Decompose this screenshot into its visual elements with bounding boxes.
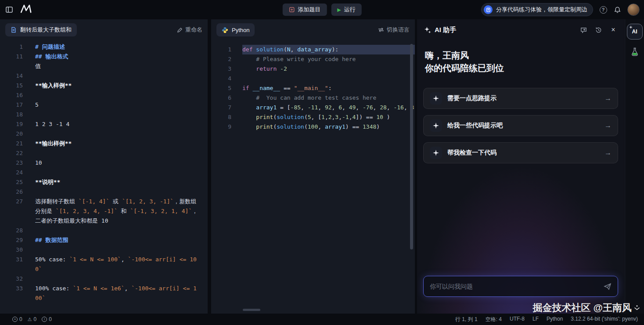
line-number: 27 [4, 197, 23, 226]
text-segment: ) == [345, 123, 363, 130]
line-text: ## 数据范围 [35, 235, 208, 245]
status-item[interactable]: LF [532, 316, 539, 323]
line-number: 7 [211, 103, 231, 112]
problems-indicator[interactable]: ×0⚠0i0 [12, 316, 52, 322]
problem-title: 翻转后最大子数组和 [20, 26, 72, 34]
run-button[interactable]: ▶ 运行 [331, 4, 361, 16]
ai-suggestion-card[interactable]: 帮我检查一下代码→ [423, 142, 618, 163]
line-number: 28 [4, 226, 23, 235]
line-text [35, 71, 208, 81]
language-tab[interactable]: Python [216, 23, 255, 36]
warning-icon: ⚠ [28, 317, 32, 322]
line-text: **输出样例** [35, 139, 208, 148]
text-segment: , [318, 123, 325, 130]
send-button[interactable] [604, 282, 612, 290]
code-line: 2 # Please write your code here [211, 54, 415, 64]
problem-editor[interactable]: 1# 问题描述11## 输出格式值1415**输入样例**1617518191 … [0, 40, 208, 314]
add-problem-label: 添加题目 [298, 6, 320, 14]
add-problem-button[interactable]: 添加题目 [282, 4, 327, 16]
vertical-scrollbar[interactable] [410, 44, 413, 249]
add-problem-icon [288, 7, 295, 13]
horizontal-scrollbar[interactable] [243, 309, 260, 311]
line-text [242, 74, 415, 83]
text-segment: -76 [363, 104, 373, 111]
bell-icon [614, 6, 621, 14]
share-chat-button[interactable] [579, 26, 587, 34]
text-segment: , [342, 104, 349, 111]
line-text [35, 245, 208, 255]
text-segment: `[-1, 4]` [79, 198, 109, 205]
ai-input-box[interactable] [423, 276, 618, 297]
problem-line: 26 [4, 187, 208, 197]
text-segment: , [301, 104, 308, 111]
line-number: 26 [4, 187, 23, 197]
rename-button[interactable]: 重命名 [177, 26, 202, 34]
problem-line: 15**输入样例** [4, 81, 208, 90]
line-number: 30 [4, 245, 23, 255]
error-icon: × [12, 317, 18, 322]
promo-banner[interactable]: 分享代码练习体验，领限量定制周边 [481, 3, 593, 16]
text-segment: = [ [277, 104, 290, 111]
info-indicator[interactable]: i0 [42, 316, 52, 322]
notifications-button[interactable] [613, 6, 621, 14]
code-line: 5if __name__ == "__main__": [211, 83, 415, 93]
text-segment: **说明** [35, 179, 60, 185]
switch-language-button[interactable]: 切换语言 [378, 26, 410, 34]
greeting-line-2: 你的代码陪练已到位 [425, 62, 616, 75]
text-segment: 49 [349, 104, 356, 111]
logo-icon [20, 4, 33, 14]
text-segment: def [242, 46, 256, 53]
warning-indicator[interactable]: ⚠0 [28, 316, 37, 322]
status-item[interactable]: 行 1, 列 1 [455, 316, 478, 323]
ai-header: AI 助手 × [417, 19, 624, 40]
help-button[interactable]: ? [599, 6, 607, 14]
error-indicator[interactable]: ×0 [12, 316, 22, 322]
problem-line: 11## 输出格式 [4, 52, 208, 61]
error-count: 0 [19, 316, 22, 322]
line-number: 15 [4, 81, 23, 90]
text-segment: ## 数据范围 [35, 237, 68, 243]
text-segment: 5 [35, 101, 39, 108]
problem-line: 3150% case: `1 <= N <= 100`, `-100<= arr… [4, 255, 208, 274]
text-segment: -16 [393, 104, 403, 111]
problem-line: 14 [4, 71, 208, 81]
user-avatar[interactable] [627, 4, 640, 16]
text-segment [242, 56, 256, 62]
text-segment: , [318, 104, 325, 111]
text-segment: solution [256, 46, 284, 53]
text-segment: , [291, 46, 298, 53]
status-item[interactable]: 空格: 4 [486, 316, 502, 323]
history-button[interactable] [594, 26, 602, 34]
problem-title-chip[interactable]: 翻转后最大子数组和 [5, 23, 77, 36]
ai-input[interactable] [430, 283, 604, 290]
status-item[interactable]: Python [547, 316, 563, 323]
ai-suggestion-card[interactable]: 给我一些代码提示吧→ [423, 115, 618, 136]
experiment-button[interactable] [627, 47, 643, 56]
status-item[interactable]: UTF-8 [510, 316, 525, 323]
ai-suggestion-card[interactable]: 需要一点思路提示→ [423, 88, 618, 109]
text-segment: `1 <= N <= 1e6` [73, 285, 124, 292]
code-editor[interactable]: 1def solution(N, data_array):2 # Please … [211, 40, 415, 308]
line-number: 4 [211, 74, 231, 83]
run-label: 运行 [344, 6, 356, 14]
line-text: print(solution(100, array1) == 1348) [242, 122, 415, 132]
arrow-icon: → [604, 94, 612, 102]
language-tab-label: Python [232, 27, 249, 33]
problem-line: 33100% case: `1 <= N <= 1e6`, `-100<= ar… [4, 284, 208, 303]
history-icon [595, 26, 602, 34]
close-icon: × [611, 26, 615, 34]
close-button[interactable]: × [609, 26, 617, 34]
ai-assistant-button[interactable]: AI [627, 24, 643, 40]
status-item[interactable]: 3.12.2 64-bit ('shims': pyenv) [571, 316, 638, 323]
text-segment: -85 [291, 104, 301, 111]
text-segment: , [356, 104, 363, 111]
line-text: 50% case: `1 <= N <= 100`, `-100<= arr[i… [35, 255, 208, 274]
sidebar-toggle-icon [5, 6, 13, 14]
line-text [35, 226, 208, 235]
editor-panel: Python 切换语言 1def solution(N, data_array)… [211, 19, 415, 314]
sparkle-icon [430, 92, 442, 105]
line-text: 5 [35, 100, 208, 110]
run-icon: ▶ [337, 7, 341, 13]
text-segment: 或 [109, 198, 122, 205]
sidebar-toggle-button[interactable] [5, 6, 13, 14]
